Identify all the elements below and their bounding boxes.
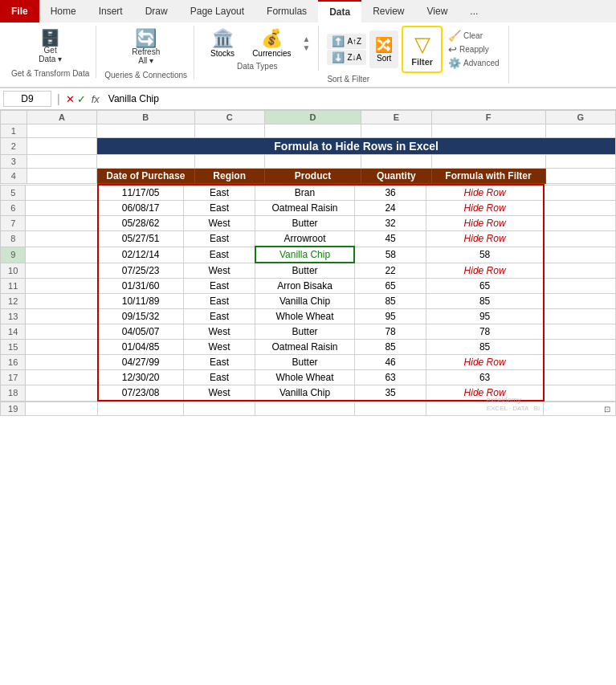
cell-g14[interactable]: [544, 324, 616, 340]
cell-c1[interactable]: [194, 124, 264, 138]
cell-g15[interactable]: [544, 340, 616, 355]
cell-c17[interactable]: East: [183, 370, 255, 385]
cell-a4[interactable]: [27, 169, 96, 184]
cell-g6[interactable]: [544, 201, 616, 216]
cell-a9[interactable]: [26, 247, 98, 263]
cell-a7[interactable]: [26, 216, 98, 231]
resize-icon[interactable]: ⊡: [604, 405, 610, 414]
cell-e13[interactable]: 95: [354, 309, 426, 324]
cell-c7[interactable]: West: [183, 216, 255, 231]
cell-f5[interactable]: Hide Row: [426, 185, 544, 201]
cell-g18[interactable]: [544, 385, 616, 402]
cell-b15[interactable]: 01/04/85: [98, 340, 184, 355]
tab-data[interactable]: Data: [318, 0, 361, 22]
cell-g10[interactable]: [544, 263, 616, 279]
cell-c12[interactable]: East: [183, 294, 255, 309]
cell-f12[interactable]: 85: [426, 294, 544, 309]
currencies-button[interactable]: 💰 Currencies: [246, 26, 297, 60]
cell-g9[interactable]: [544, 247, 616, 263]
cell-d15[interactable]: Oatmeal Raisin: [255, 340, 354, 355]
cell-d19[interactable]: [255, 402, 354, 416]
cell-a16[interactable]: [26, 355, 98, 370]
col-header-f[interactable]: F: [431, 111, 545, 124]
col-header-a[interactable]: A: [27, 111, 96, 124]
cell-f19[interactable]: exceldemyEXCEL · DATA · BI: [426, 402, 544, 416]
cell-g16[interactable]: [544, 355, 616, 370]
cell-d6[interactable]: Oatmeal Raisin: [255, 201, 354, 216]
cell-b3[interactable]: [97, 155, 194, 169]
col-header-d[interactable]: D: [264, 111, 361, 124]
formula-input[interactable]: [105, 92, 613, 106]
cell-f9[interactable]: 58: [426, 247, 544, 263]
cell-c14[interactable]: West: [183, 324, 255, 340]
cell-a14[interactable]: [26, 324, 98, 340]
cell-g8[interactable]: [544, 231, 616, 247]
cell-d3[interactable]: [264, 155, 361, 169]
cell-b7[interactable]: 05/28/62: [98, 216, 184, 231]
cell-a11[interactable]: [26, 279, 98, 294]
cell-e5[interactable]: 36: [354, 185, 426, 201]
cell-d9[interactable]: Vanilla Chip: [255, 247, 354, 263]
cell-f16[interactable]: Hide Row: [426, 355, 544, 370]
cell-a8[interactable]: [26, 231, 98, 247]
cell-b14[interactable]: 04/05/07: [98, 324, 184, 340]
cell-f17[interactable]: 63: [426, 370, 544, 385]
cell-e19[interactable]: [354, 402, 426, 416]
cell-b16[interactable]: 04/27/99: [98, 355, 184, 370]
sort-az-button[interactable]: ⬆️ A↑Z: [327, 34, 366, 49]
cell-f11[interactable]: 65: [426, 279, 544, 294]
cell-c13[interactable]: East: [183, 309, 255, 324]
cell-f6[interactable]: Hide Row: [426, 201, 544, 216]
cell-c5[interactable]: East: [183, 185, 255, 201]
cell-e8[interactable]: 45: [354, 231, 426, 247]
cell-b17[interactable]: 12/30/20: [98, 370, 184, 385]
cell-b1[interactable]: [97, 124, 194, 138]
cell-e10[interactable]: 22: [354, 263, 426, 279]
cell-e18[interactable]: 35: [354, 385, 426, 402]
cell-c9[interactable]: East: [183, 247, 255, 263]
refresh-all-button[interactable]: 🔄 RefreshAll ▾: [126, 26, 165, 69]
cell-e11[interactable]: 65: [354, 279, 426, 294]
cell-a3[interactable]: [27, 155, 96, 169]
cell-b9[interactable]: 02/12/14: [98, 247, 184, 263]
cell-b10[interactable]: 07/25/23: [98, 263, 184, 279]
cell-b19[interactable]: [98, 402, 184, 416]
cell-a5[interactable]: [26, 185, 98, 201]
cell-a2[interactable]: [27, 138, 96, 155]
cell-g17[interactable]: [544, 370, 616, 385]
cell-c16[interactable]: East: [183, 355, 255, 370]
cell-f15[interactable]: 85: [426, 340, 544, 355]
cell-c19[interactable]: [183, 402, 255, 416]
cell-d5[interactable]: Bran: [255, 185, 354, 201]
cell-c8[interactable]: East: [183, 231, 255, 247]
cell-f14[interactable]: 78: [426, 324, 544, 340]
reapply-button[interactable]: ↩ Reapply: [446, 43, 501, 56]
tab-review[interactable]: Review: [361, 0, 415, 22]
cell-a10[interactable]: [26, 263, 98, 279]
cell-f8[interactable]: Hide Row: [426, 231, 544, 247]
tab-formulas[interactable]: Formulas: [255, 0, 318, 22]
cell-e1[interactable]: [361, 124, 431, 138]
tab-home[interactable]: Home: [39, 0, 88, 22]
tab-file[interactable]: File: [0, 0, 39, 22]
cell-g19[interactable]: ⊡: [544, 402, 616, 416]
cell-d10[interactable]: Butter: [255, 263, 354, 279]
cell-f13[interactable]: 95: [426, 309, 544, 324]
cell-d8[interactable]: Arrowroot: [255, 231, 354, 247]
cell-g12[interactable]: [544, 294, 616, 309]
advanced-button[interactable]: ⚙️ Advanced: [446, 56, 501, 70]
cell-b13[interactable]: 09/15/32: [98, 309, 184, 324]
tab-insert[interactable]: Insert: [88, 0, 134, 22]
filter-button[interactable]: ▽ Filter: [402, 26, 443, 73]
cell-e6[interactable]: 24: [354, 201, 426, 216]
cell-b18[interactable]: 07/23/08: [98, 385, 184, 402]
cell-d1[interactable]: [264, 124, 361, 138]
cell-e12[interactable]: 85: [354, 294, 426, 309]
cell-e16[interactable]: 46: [354, 355, 426, 370]
cell-d14[interactable]: Butter: [255, 324, 354, 340]
cell-f3[interactable]: [431, 155, 545, 169]
cell-g1[interactable]: [545, 124, 615, 138]
tab-page-layout[interactable]: Page Layout: [179, 0, 255, 22]
cell-e17[interactable]: 63: [354, 370, 426, 385]
sort-button[interactable]: 🔀 Sort: [369, 31, 398, 68]
